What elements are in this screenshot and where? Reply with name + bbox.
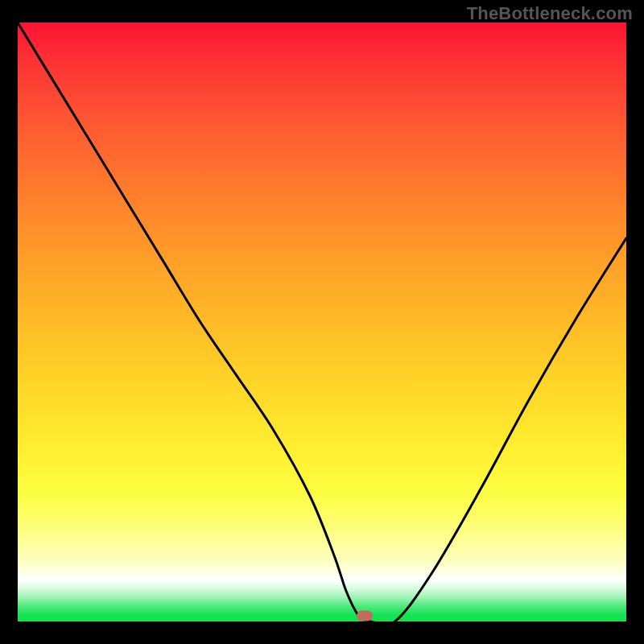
bottleneck-curve [18,23,626,621]
watermark-text: TheBottleneck.com [467,3,633,24]
bottleneck-marker [357,611,373,621]
chart-frame: TheBottleneck.com [0,0,644,644]
plot-area [18,23,626,621]
